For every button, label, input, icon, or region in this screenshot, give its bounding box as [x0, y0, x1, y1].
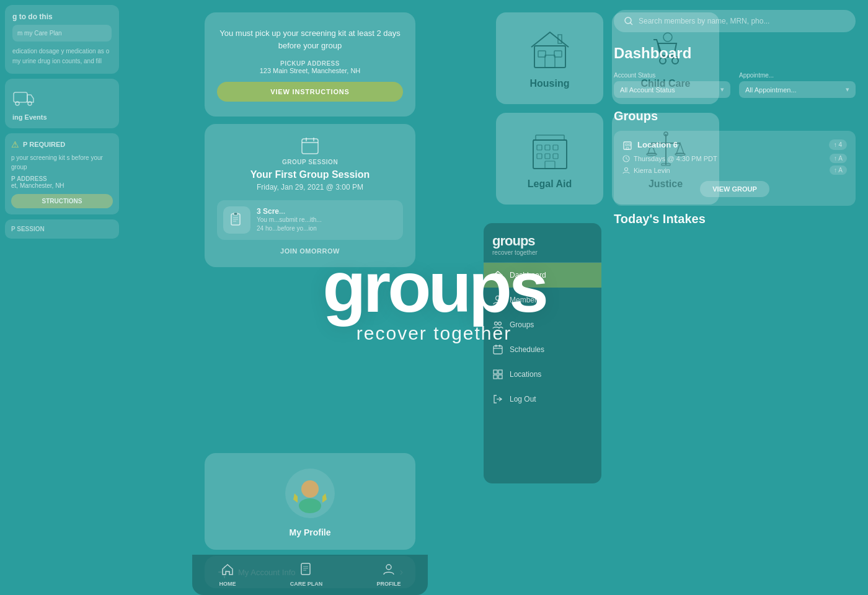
screens-icon-box	[223, 206, 250, 234]
session-title: Your First Group Session	[217, 169, 403, 180]
dashboard-nav-icon	[492, 270, 503, 281]
svg-point-47	[498, 322, 502, 325]
svg-rect-22	[538, 51, 546, 57]
location-nav-icon	[492, 369, 503, 380]
logout-nav-icon	[492, 394, 503, 405]
home-label: HOME	[219, 581, 236, 587]
svg-point-45	[496, 296, 500, 301]
svg-rect-38	[536, 135, 564, 140]
care-plan-nav-icon	[299, 562, 313, 576]
care-plan-heading: g to do this	[12, 12, 112, 21]
groups-nav-label: Groups	[510, 320, 534, 329]
logout-nav-label: Log Out	[510, 395, 536, 403]
svg-rect-34	[545, 154, 550, 159]
svg-rect-31	[545, 145, 550, 150]
truck-icon	[12, 86, 35, 108]
sidebar-item-locations[interactable]: Locations	[484, 362, 601, 387]
medication-text: edication dosage y medication as o my ur…	[12, 46, 112, 66]
svg-rect-35	[553, 154, 558, 159]
housing-card[interactable]: Housing	[496, 12, 603, 104]
home-nav-icon	[221, 562, 234, 576]
join-button[interactable]: JOIN OMORROW	[217, 247, 403, 255]
alert-text: You must pick up your screening kit at l…	[217, 27, 403, 51]
legal-building-card[interactable]: Legal Aid	[496, 113, 603, 205]
phone-panel: You must pick up your screening kit at l…	[192, 0, 428, 595]
svg-rect-54	[494, 375, 497, 379]
warning-icon: ⚠	[11, 139, 19, 149]
intakes-title: Today's Intakes	[614, 212, 856, 226]
svg-rect-62	[626, 148, 629, 149]
calendar-icon	[301, 136, 319, 155]
svg-rect-23	[554, 51, 562, 57]
nav-home[interactable]: HOME	[219, 562, 236, 588]
appointment-filter: Appointme... All Appointmen... ▾	[739, 72, 856, 98]
svg-point-66	[625, 167, 628, 170]
group-session-card: GROUP SESSION Your First Group Session F…	[205, 124, 415, 267]
view-instructions-button[interactable]: VIEW INSTRUCTIONS	[217, 82, 403, 102]
instructions-button[interactable]: STRUCTIONS	[11, 194, 113, 208]
group-location: Location 6	[637, 140, 678, 149]
session-label-left: P SESSION	[11, 226, 113, 232]
nav-care-plan[interactable]: CARE PLAN	[290, 562, 323, 588]
groups-section-title: Groups	[614, 109, 856, 123]
account-status-select[interactable]: All Account Status ▾	[614, 81, 730, 98]
svg-rect-16	[301, 563, 310, 575]
sidebar-item-schedules[interactable]: Schedules	[484, 337, 601, 362]
appointment-chevron: ▾	[846, 86, 849, 94]
sidebar-item-logout[interactable]: Log Out	[484, 387, 601, 412]
profile-label: PROFILE	[376, 581, 401, 587]
pickup-address-phone: 123 Main Street, Manchester, NH	[217, 67, 403, 74]
view-group-btn-wrapper: VIEW GROUP	[622, 181, 847, 197]
schedule-nav-icon	[492, 344, 503, 355]
svg-line-65	[626, 159, 628, 160]
sidebar-logo: groups recover together	[484, 223, 601, 263]
appointment-select[interactable]: All Appointmen... ▾	[739, 81, 856, 98]
search-bar[interactable]: Search members by name, MRN, pho...	[614, 10, 856, 32]
account-status-label: Account Status	[614, 72, 730, 79]
members-nav-icon	[492, 294, 503, 306]
svg-rect-52	[494, 370, 497, 374]
svg-rect-55	[498, 375, 502, 379]
screens-row: 3 Scre... You m...submit re...ith...24 h…	[217, 200, 403, 240]
profile-card: My Profile	[205, 453, 415, 550]
appointment-value: All Appointmen...	[745, 86, 797, 94]
group-member: Kierra Levin	[634, 167, 670, 174]
sidebar-item-groups[interactable]: Groups	[484, 312, 601, 337]
svg-point-20	[386, 565, 391, 570]
profile-title: My Profile	[217, 527, 403, 537]
svg-point-13	[299, 498, 321, 513]
svg-rect-36	[545, 161, 555, 169]
schedules-nav-label: Schedules	[510, 345, 544, 354]
dashboard-title: Dashboard	[614, 45, 856, 62]
care-plan-item: m my Care Plan	[12, 25, 112, 42]
nav-profile[interactable]: PROFILE	[376, 562, 401, 588]
time-count: ↑ A	[830, 154, 847, 163]
group-time: Thursdays @ 4:30 PM PDT	[634, 155, 717, 162]
svg-line-58	[631, 23, 633, 25]
admin-dashboard: Search members by name, MRN, pho... Dash…	[601, 0, 868, 595]
search-icon	[624, 16, 634, 26]
sidebar-item-members[interactable]: Members	[484, 288, 601, 312]
locations-nav-label: Locations	[510, 370, 541, 379]
sidebar-item-dashboard[interactable]: Dashboard	[484, 263, 601, 288]
clipboard-icon	[229, 213, 244, 227]
svg-rect-32	[553, 145, 558, 150]
view-group-button[interactable]: VIEW GROUP	[700, 181, 769, 197]
pickup-label-phone: PICKUP ADDRESS	[217, 60, 403, 67]
svg-rect-48	[494, 346, 502, 354]
screens-desc: You m...submit re...ith...24 ho...before…	[257, 216, 397, 233]
session-date: Friday, Jan 29, 2021 @ 3:00 PM	[217, 183, 403, 192]
warning-label: P REQUIRED	[23, 141, 65, 148]
house-icon	[528, 27, 572, 71]
care-plan-label: m my Care Plan	[17, 30, 107, 37]
svg-rect-0	[14, 92, 27, 102]
svg-rect-33	[537, 154, 542, 159]
svg-rect-24	[545, 55, 555, 68]
upcoming-title: ing Events	[12, 113, 112, 121]
far-left-panel: g to do this m my Care Plan edication do…	[0, 0, 124, 595]
admin-sidebar: groups recover together Dashboard Member…	[484, 223, 601, 483]
svg-point-14	[301, 480, 319, 498]
upcoming-events-card: ing Events	[5, 79, 119, 128]
group-time-row: Thursdays @ 4:30 PM PDT ↑ A	[622, 154, 847, 163]
account-status-chevron: ▾	[720, 86, 724, 94]
